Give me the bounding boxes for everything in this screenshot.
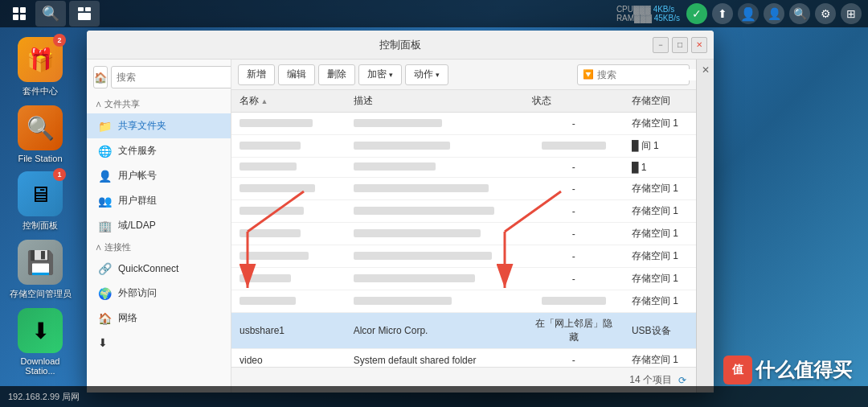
suite-center-label: 套件中心 [23, 85, 58, 97]
svg-rect-2 [13, 14, 18, 20]
table-container[interactable]: 名称 描述 状态 存储空间 - 存储空间 1 █ 间 1 [231, 90, 696, 367]
file-station-icon: 🔍 [18, 105, 63, 150]
file-sharing-header: ∧ 文件共享 [87, 95, 231, 113]
nav-panel: 🏠 ∧ 文件共享 📁 共享文件夹 🌐 文件服务 👤 用户帐号 👥 用户群组 [87, 60, 231, 393]
suite-center-badge: 2 [53, 34, 66, 47]
app-download-station[interactable]: ⬇ Download Statio... [5, 308, 76, 376]
storage-manager-icon: 💾 [18, 240, 63, 285]
minimize-button[interactable]: － [653, 37, 669, 53]
settings-icon[interactable]: ⚙ [815, 3, 836, 24]
taskbar-left: 🔍 [6, 1, 100, 27]
grid-icon[interactable] [6, 1, 32, 27]
svg-rect-3 [20, 14, 26, 20]
taskbar-top: 🔍 CPU▓▓▓ 4KB/s RAM▓▓▓ 45KB/s ✓ ⬆ 👤 👤 🔍 ⚙… [0, 0, 868, 27]
search-icon[interactable]: 🔍 [789, 3, 810, 24]
upload-icon[interactable]: ⬆ [712, 3, 733, 24]
table-row[interactable]: - 存储空间 1 [231, 268, 696, 290]
user-group-icon: 👥 [98, 195, 112, 208]
svg-rect-6 [78, 13, 91, 20]
shared-folders-label: 共享文件夹 [118, 119, 166, 133]
cpu-ram-info: CPU▓▓▓ 4KB/s RAM▓▓▓ 45KB/s [616, 5, 680, 23]
table-row[interactable]: █ 间 1 [231, 135, 696, 158]
shared-folders-icon: 📁 [98, 120, 112, 133]
taskbar-right: CPU▓▓▓ 4KB/s RAM▓▓▓ 45KB/s ✓ ⬆ 👤 👤 🔍 ⚙ ⊞ [616, 3, 862, 24]
edit-button[interactable]: 编辑 [278, 64, 315, 85]
window-titlebar: 控制面板 － □ ✕ [87, 31, 714, 60]
cpu-speed: CPU▓▓▓ 4KB/s [616, 5, 680, 14]
app-file-station[interactable]: 🔍 File Station [5, 105, 76, 163]
table-row[interactable]: - 存储空间 1 [231, 200, 696, 223]
nav-search-input[interactable] [111, 66, 231, 88]
nav-item-user-group[interactable]: 👥 用户群组 [87, 188, 231, 213]
app-control-panel[interactable]: 🖥 1 控制面板 [5, 171, 76, 232]
close-button[interactable]: ✕ [691, 37, 707, 53]
more-icon: ⬇ [98, 336, 108, 349]
control-panel-window: 控制面板 － □ ✕ 🏠 ∧ 文件共享 📁 共享文件夹 🌐 文件服务 [87, 31, 714, 393]
svg-rect-5 [85, 7, 91, 11]
col-header-status[interactable]: 状态 [524, 90, 624, 113]
nav-search-area: 🏠 [87, 60, 231, 95]
svg-rect-1 [20, 7, 26, 13]
delete-button[interactable]: 删除 [318, 64, 355, 85]
table-row[interactable]: video System default shared folder - 存储空… [231, 349, 696, 368]
refresh-button[interactable]: ⟳ [678, 375, 686, 386]
toolbar-search-input[interactable] [597, 69, 696, 80]
control-panel-icon: 🖥 1 [18, 171, 63, 216]
table-row[interactable]: - 存储空间 1 [231, 245, 696, 268]
action-button[interactable]: 动作 [405, 64, 448, 85]
window-body: 🏠 ∧ 文件共享 📁 共享文件夹 🌐 文件服务 👤 用户帐号 👥 用户群组 [87, 60, 714, 393]
table-row[interactable]: usbshare1 Alcor Micro Corp. 在「网上邻居」隐藏 US… [231, 313, 696, 349]
shared-folders-table: 名称 描述 状态 存储空间 - 存储空间 1 █ 间 1 [231, 90, 696, 367]
status-icons: ✓ ⬆ 👤 👤 🔍 ⚙ ⊞ [686, 3, 862, 24]
filter-icon: 🔽 [583, 69, 594, 80]
nav-item-domain-ldap[interactable]: 🏢 域/LDAP [87, 213, 231, 238]
sidebar-apps: 🎁 2 套件中心 🔍 File Station 🖥 1 控制面板 💾 存储空间管… [0, 27, 80, 407]
app-storage-manager[interactable]: 💾 存储空间管理员 [5, 240, 76, 300]
table-header-row: 名称 描述 状态 存储空间 [231, 90, 696, 113]
taskbar-app-filestation[interactable]: 🔍 [35, 1, 66, 27]
user-group-label: 用户群组 [118, 194, 157, 208]
storage-manager-label: 存储空间管理员 [10, 288, 72, 300]
table-row[interactable]: - 存储空间 1 [231, 178, 696, 200]
domain-ldap-icon: 🏢 [98, 220, 112, 232]
layout-icon[interactable]: ⊞ [841, 3, 862, 24]
nav-item-quickconnect[interactable]: 🔗 QuickConnect [87, 257, 231, 281]
download-station-icon: ⬇ [18, 308, 63, 353]
file-services-icon: 🌐 [98, 145, 112, 158]
external-access-icon: 🌍 [98, 287, 112, 300]
svg-rect-0 [13, 7, 18, 13]
nav-item-external-access[interactable]: 🌍 外部访问 [87, 281, 231, 306]
col-header-storage[interactable]: 存储空间 [624, 90, 696, 113]
nav-item-more[interactable]: ⬇ [87, 331, 231, 355]
watermark-area: 值 什么值得买 [723, 356, 852, 384]
nav-item-network[interactable]: 🏠 网络 [87, 306, 231, 331]
table-row[interactable]: - 存储空间 1 [231, 223, 696, 245]
side-panel: ✕ [696, 60, 714, 393]
user-icon[interactable]: 👤 [738, 3, 759, 24]
col-header-name[interactable]: 名称 [231, 90, 346, 113]
watermark-text: 什么值得买 [755, 357, 852, 383]
nav-home-button[interactable]: 🏠 [93, 66, 108, 88]
window-controls: － □ ✕ [653, 37, 707, 53]
encrypt-button[interactable]: 加密 [358, 64, 402, 85]
table-row[interactable]: 存储空间 1 [231, 290, 696, 313]
col-header-desc[interactable]: 描述 [346, 90, 524, 113]
watermark-logo: 值 [723, 356, 752, 384]
side-panel-close[interactable]: ✕ [702, 64, 710, 76]
restore-button[interactable]: □ [672, 37, 688, 53]
main-content: 新增 编辑 删除 加密 动作 🔽 名称 描述 [231, 60, 696, 393]
nav-item-file-services[interactable]: 🌐 文件服务 [87, 138, 231, 163]
user-account-label: 用户帐号 [118, 169, 157, 183]
app-suite-center[interactable]: 🎁 2 套件中心 [5, 37, 76, 97]
person-icon[interactable]: 👤 [764, 3, 784, 24]
status-bar: 192.168.2.99 局网 [0, 386, 868, 407]
table-row[interactable]: - 存储空间 1 [231, 113, 696, 135]
quickconnect-icon: 🔗 [98, 262, 112, 275]
svg-rect-4 [78, 7, 84, 11]
taskbar-app-controlpanel[interactable] [69, 1, 100, 27]
health-icon[interactable]: ✓ [686, 3, 707, 24]
nav-item-shared-folders[interactable]: 📁 共享文件夹 [87, 113, 231, 138]
new-button[interactable]: 新增 [238, 64, 275, 85]
table-row[interactable]: - █ 1 [231, 158, 696, 178]
nav-item-user-account[interactable]: 👤 用户帐号 [87, 163, 231, 188]
